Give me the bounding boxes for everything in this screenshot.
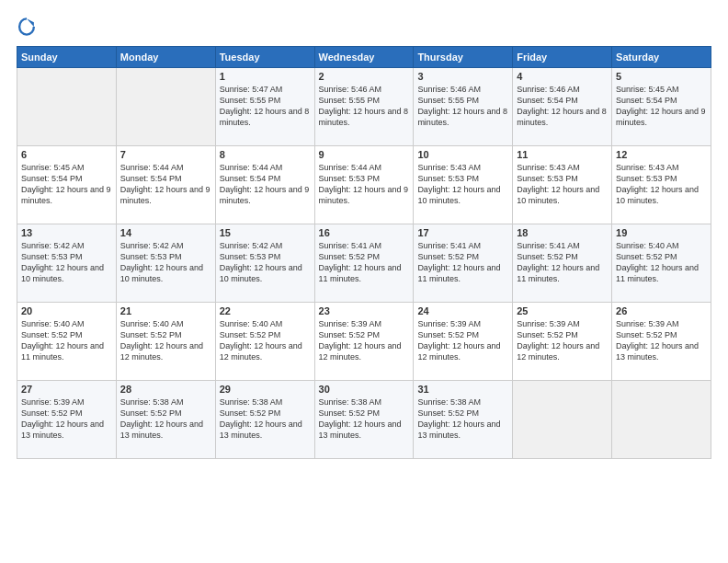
day-number: 5 [616,71,707,82]
day-info: Sunrise: 5:46 AMSunset: 5:55 PMDaylight:… [417,84,508,129]
calendar-cell: 20Sunrise: 5:40 AMSunset: 5:52 PMDayligh… [17,303,117,381]
calendar-cell: 8Sunrise: 5:44 AMSunset: 5:54 PMDaylight… [215,146,314,224]
day-info: Sunrise: 5:41 AMSunset: 5:52 PMDaylight:… [417,240,508,285]
day-info: Sunrise: 5:38 AMSunset: 5:52 PMDaylight:… [120,396,211,442]
logo [17,17,40,37]
calendar-week-row: 27Sunrise: 5:39 AMSunset: 5:52 PMDayligh… [17,381,711,459]
calendar-week-row: 6Sunrise: 5:45 AMSunset: 5:54 PMDaylight… [17,146,711,224]
day-info: Sunrise: 5:47 AMSunset: 5:55 PMDaylight:… [220,84,311,129]
day-number: 2 [319,71,410,82]
calendar-week-row: 20Sunrise: 5:40 AMSunset: 5:52 PMDayligh… [17,303,711,381]
calendar-cell [513,381,612,459]
day-number: 15 [220,227,311,238]
day-number: 10 [417,149,508,160]
day-number: 13 [21,227,112,238]
day-number: 24 [417,305,508,316]
calendar-cell: 10Sunrise: 5:43 AMSunset: 5:53 PMDayligh… [414,146,513,224]
day-info: Sunrise: 5:40 AMSunset: 5:52 PMDaylight:… [21,318,112,363]
day-number: 30 [319,384,410,395]
day-number: 6 [21,149,112,160]
calendar-cell: 11Sunrise: 5:43 AMSunset: 5:53 PMDayligh… [513,146,612,224]
day-info: Sunrise: 5:46 AMSunset: 5:55 PMDaylight:… [319,84,410,129]
day-info: Sunrise: 5:40 AMSunset: 5:52 PMDaylight:… [616,240,707,285]
day-number: 29 [220,384,311,395]
day-header-saturday: Saturday [612,47,711,68]
day-info: Sunrise: 5:44 AMSunset: 5:54 PMDaylight:… [120,162,211,207]
day-number: 22 [220,305,311,316]
day-header-thursday: Thursday [414,47,513,68]
calendar-cell: 4Sunrise: 5:46 AMSunset: 5:54 PMDaylight… [513,68,612,146]
calendar-cell: 18Sunrise: 5:41 AMSunset: 5:52 PMDayligh… [513,224,612,303]
calendar-cell [116,68,215,146]
calendar-cell: 21Sunrise: 5:40 AMSunset: 5:52 PMDayligh… [116,303,215,381]
day-info: Sunrise: 5:46 AMSunset: 5:54 PMDaylight:… [517,84,608,129]
day-info: Sunrise: 5:45 AMSunset: 5:54 PMDaylight:… [21,162,112,207]
day-header-sunday: Sunday [17,47,117,68]
day-info: Sunrise: 5:43 AMSunset: 5:53 PMDaylight:… [517,162,608,207]
day-info: Sunrise: 5:39 AMSunset: 5:52 PMDaylight:… [21,396,112,442]
day-number: 8 [220,149,311,160]
day-number: 16 [319,227,410,238]
day-number: 11 [517,149,608,160]
day-header-tuesday: Tuesday [215,47,314,68]
calendar-week-row: 1Sunrise: 5:47 AMSunset: 5:55 PMDaylight… [17,68,711,146]
calendar-cell: 26Sunrise: 5:39 AMSunset: 5:52 PMDayligh… [612,303,711,381]
day-info: Sunrise: 5:41 AMSunset: 5:52 PMDaylight:… [517,240,608,285]
calendar-cell: 6Sunrise: 5:45 AMSunset: 5:54 PMDaylight… [17,146,117,224]
day-number: 19 [616,227,707,238]
calendar-cell: 28Sunrise: 5:38 AMSunset: 5:52 PMDayligh… [116,381,215,459]
day-number: 20 [21,305,112,316]
day-number: 12 [616,149,707,160]
calendar-cell: 24Sunrise: 5:39 AMSunset: 5:52 PMDayligh… [414,303,513,381]
calendar-cell: 17Sunrise: 5:41 AMSunset: 5:52 PMDayligh… [414,224,513,303]
calendar-cell: 13Sunrise: 5:42 AMSunset: 5:53 PMDayligh… [17,224,117,303]
calendar-cell: 15Sunrise: 5:42 AMSunset: 5:53 PMDayligh… [215,224,314,303]
calendar-cell: 19Sunrise: 5:40 AMSunset: 5:52 PMDayligh… [612,224,711,303]
calendar-cell [612,381,711,459]
day-number: 25 [517,305,608,316]
day-info: Sunrise: 5:41 AMSunset: 5:52 PMDaylight:… [319,240,410,285]
day-number: 23 [319,305,410,316]
day-number: 4 [517,71,608,82]
calendar-cell [17,68,117,146]
day-info: Sunrise: 5:42 AMSunset: 5:53 PMDaylight:… [120,240,211,285]
day-info: Sunrise: 5:44 AMSunset: 5:53 PMDaylight:… [319,162,410,207]
calendar-cell: 25Sunrise: 5:39 AMSunset: 5:52 PMDayligh… [513,303,612,381]
day-info: Sunrise: 5:38 AMSunset: 5:52 PMDaylight:… [319,396,410,442]
day-info: Sunrise: 5:42 AMSunset: 5:53 PMDaylight:… [21,240,112,285]
day-number: 14 [120,227,211,238]
calendar-table: SundayMondayTuesdayWednesdayThursdayFrid… [17,46,711,459]
calendar-cell: 16Sunrise: 5:41 AMSunset: 5:52 PMDayligh… [314,224,414,303]
calendar-cell: 27Sunrise: 5:39 AMSunset: 5:52 PMDayligh… [17,381,117,459]
day-number: 18 [517,227,608,238]
day-header-wednesday: Wednesday [314,47,414,68]
day-info: Sunrise: 5:38 AMSunset: 5:52 PMDaylight:… [220,396,311,442]
day-number: 31 [417,384,508,395]
day-info: Sunrise: 5:40 AMSunset: 5:52 PMDaylight:… [120,318,211,363]
day-number: 27 [21,384,112,395]
day-number: 26 [616,305,707,316]
day-info: Sunrise: 5:40 AMSunset: 5:52 PMDaylight:… [220,318,311,363]
calendar-cell: 7Sunrise: 5:44 AMSunset: 5:54 PMDaylight… [116,146,215,224]
day-number: 1 [220,71,311,82]
day-number: 21 [120,305,211,316]
day-info: Sunrise: 5:38 AMSunset: 5:52 PMDaylight:… [417,396,508,442]
day-info: Sunrise: 5:39 AMSunset: 5:52 PMDaylight:… [319,318,410,363]
day-info: Sunrise: 5:43 AMSunset: 5:53 PMDaylight:… [616,162,707,207]
day-number: 7 [120,149,211,160]
day-header-friday: Friday [513,47,612,68]
calendar-cell: 12Sunrise: 5:43 AMSunset: 5:53 PMDayligh… [612,146,711,224]
calendar-cell: 9Sunrise: 5:44 AMSunset: 5:53 PMDaylight… [314,146,414,224]
calendar-cell: 22Sunrise: 5:40 AMSunset: 5:52 PMDayligh… [215,303,314,381]
calendar-week-row: 13Sunrise: 5:42 AMSunset: 5:53 PMDayligh… [17,224,711,303]
day-info: Sunrise: 5:39 AMSunset: 5:52 PMDaylight:… [417,318,508,363]
calendar-header-row: SundayMondayTuesdayWednesdayThursdayFrid… [17,47,711,68]
calendar-cell: 29Sunrise: 5:38 AMSunset: 5:52 PMDayligh… [215,381,314,459]
day-info: Sunrise: 5:45 AMSunset: 5:54 PMDaylight:… [616,84,707,129]
calendar-cell: 14Sunrise: 5:42 AMSunset: 5:53 PMDayligh… [116,224,215,303]
day-number: 3 [417,71,508,82]
day-info: Sunrise: 5:43 AMSunset: 5:53 PMDaylight:… [417,162,508,207]
calendar-cell: 2Sunrise: 5:46 AMSunset: 5:55 PMDaylight… [314,68,414,146]
calendar-cell: 31Sunrise: 5:38 AMSunset: 5:52 PMDayligh… [414,381,513,459]
calendar-cell: 5Sunrise: 5:45 AMSunset: 5:54 PMDaylight… [612,68,711,146]
